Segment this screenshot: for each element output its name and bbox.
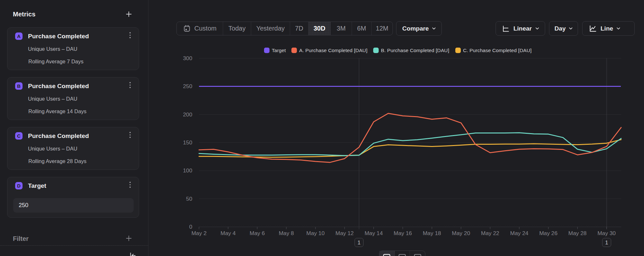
svg-text:May 28: May 28 [568, 230, 587, 236]
svg-text:250: 250 [183, 83, 192, 89]
svg-text:May 22: May 22 [481, 230, 499, 236]
svg-text:May 8: May 8 [279, 230, 294, 236]
svg-text:150: 150 [183, 139, 192, 146]
svg-text:May 24: May 24 [510, 230, 528, 236]
svg-text:May 10: May 10 [306, 230, 325, 236]
svg-text:50: 50 [186, 196, 192, 202]
svg-text:300: 300 [183, 55, 192, 61]
svg-text:May 6: May 6 [250, 230, 265, 236]
svg-text:May 2: May 2 [191, 230, 206, 236]
svg-text:100: 100 [183, 167, 192, 174]
svg-text:May 18: May 18 [423, 230, 441, 236]
svg-text:May 30: May 30 [597, 230, 616, 236]
svg-text:May 12: May 12 [336, 230, 354, 236]
svg-text:200: 200 [183, 111, 192, 118]
svg-text:May 4: May 4 [221, 230, 236, 236]
svg-text:May 16: May 16 [394, 230, 412, 236]
svg-text:0: 0 [189, 224, 192, 230]
svg-text:May 26: May 26 [539, 230, 558, 236]
svg-text:May 14: May 14 [365, 230, 383, 236]
svg-text:May 20: May 20 [452, 230, 470, 236]
